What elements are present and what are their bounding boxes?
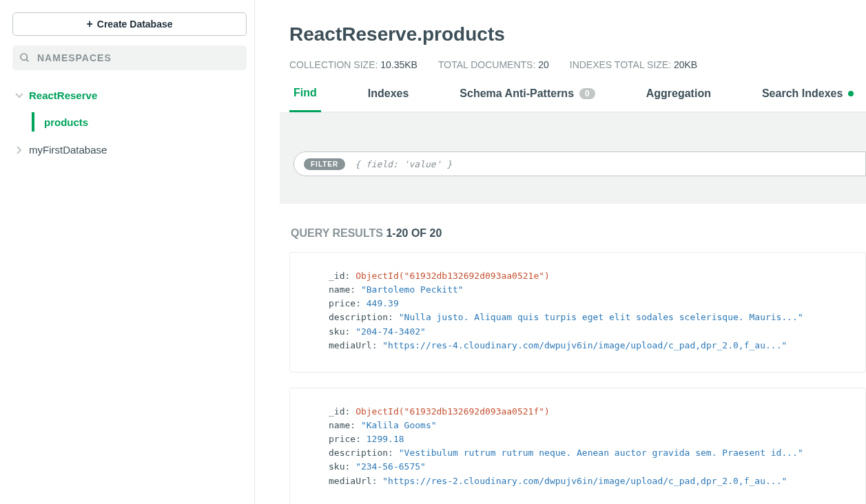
tab-aggregation[interactable]: Aggregation bbox=[642, 87, 715, 111]
filter-pill: FILTER bbox=[304, 158, 345, 170]
namespace-search[interactable] bbox=[12, 45, 247, 70]
chevron-right-icon bbox=[15, 146, 23, 154]
chevron-down-icon bbox=[15, 92, 23, 100]
create-database-label: Create Database bbox=[97, 19, 173, 30]
filter-input[interactable] bbox=[355, 159, 856, 169]
collection-stats: COLLECTION SIZE: 10.35KB TOTAL DOCUMENTS… bbox=[289, 59, 866, 70]
stat-indexes-size: INDEXES TOTAL SIZE: 20KB bbox=[570, 59, 697, 70]
search-icon bbox=[19, 52, 30, 63]
tab-schema-anti-patterns[interactable]: Schema Anti-Patterns 0 bbox=[455, 87, 599, 111]
svg-line-1 bbox=[26, 59, 28, 61]
query-area: FILTER bbox=[280, 112, 866, 204]
collection-label: products bbox=[44, 116, 88, 128]
svg-point-0 bbox=[21, 54, 27, 60]
tab-indexes[interactable]: Indexes bbox=[364, 87, 413, 111]
collection-title: ReactReserve.products bbox=[289, 23, 866, 45]
sidebar: + Create Database ReactReserve products … bbox=[0, 0, 255, 504]
plus-icon: + bbox=[86, 18, 92, 30]
document-card[interactable]: _id: ObjectId("61932db132692d093aa0521f"… bbox=[289, 388, 866, 504]
create-database-button[interactable]: + Create Database bbox=[12, 12, 247, 36]
database-item-myfirstdatabase[interactable]: myFirstDatabase bbox=[12, 144, 247, 156]
filter-bar[interactable]: FILTER bbox=[293, 151, 866, 176]
collection-item-products[interactable]: products bbox=[32, 112, 247, 132]
database-label: myFirstDatabase bbox=[29, 144, 107, 156]
collection-tabs: Find Indexes Schema Anti-Patterns 0 Aggr… bbox=[289, 87, 866, 112]
stat-collection-size: COLLECTION SIZE: 10.35KB bbox=[289, 59, 417, 70]
results-header: QUERY RESULTS 1-20 OF 20 bbox=[291, 227, 866, 240]
tab-find[interactable]: Find bbox=[289, 87, 321, 112]
status-dot-icon bbox=[848, 91, 854, 96]
schema-badge: 0 bbox=[579, 88, 595, 99]
main-content: ReactReserve.products COLLECTION SIZE: 1… bbox=[255, 0, 866, 504]
database-tree: ReactReserve products myFirstDatabase bbox=[12, 87, 247, 156]
database-label: ReactReserve bbox=[29, 90, 97, 101]
namespace-search-input[interactable] bbox=[37, 52, 240, 63]
results-area: QUERY RESULTS 1-20 OF 20 _id: ObjectId("… bbox=[289, 227, 866, 504]
tab-search-indexes[interactable]: Search Indexes bbox=[758, 87, 858, 111]
document-card[interactable]: _id: ObjectId("61932db132692d093aa0521e"… bbox=[289, 252, 866, 372]
stat-total-documents: TOTAL DOCUMENTS: 20 bbox=[438, 59, 549, 70]
database-item-reactreserve[interactable]: ReactReserve bbox=[12, 87, 247, 104]
